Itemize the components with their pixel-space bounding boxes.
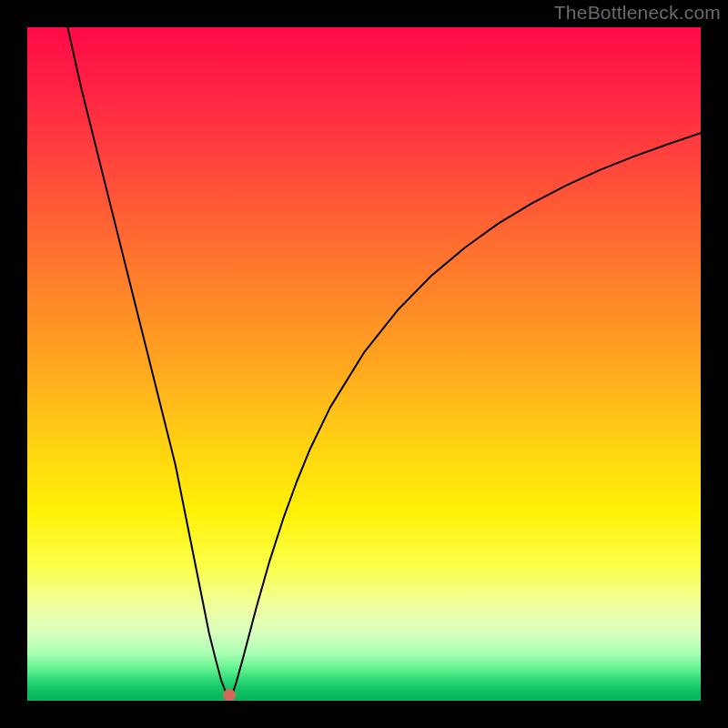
watermark-text: TheBottleneck.com — [554, 2, 721, 24]
plot-area — [27, 27, 701, 701]
curve-layer — [27, 27, 701, 701]
bottleneck-curve — [67, 27, 701, 698]
chart-frame: TheBottleneck.com — [0, 0, 728, 728]
